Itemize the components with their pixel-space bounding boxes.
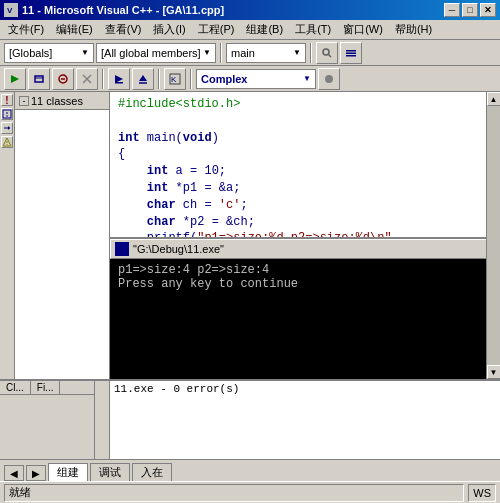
mini-btn-2[interactable] <box>1 108 13 120</box>
scrollbar-track[interactable] <box>487 106 501 365</box>
menu-help[interactable]: 帮助(H) <box>389 20 438 39</box>
code-line-0: #include<stdio.h> <box>118 96 478 113</box>
right-scrollbar[interactable]: ▲ ▼ <box>486 92 500 379</box>
scroll-down-btn[interactable]: ▼ <box>487 365 501 379</box>
main-combo[interactable]: main ▼ <box>226 43 306 63</box>
close-button[interactable]: ✕ <box>480 3 496 17</box>
code-line-2: int main(void) <box>118 130 478 147</box>
members-dropdown[interactable]: [All global members] ▼ <box>96 43 216 63</box>
svg-rect-4 <box>346 50 356 52</box>
complex-dropdown-arrow: ▼ <box>303 74 311 83</box>
fi-tab[interactable]: Fi... <box>31 381 61 394</box>
complex-combo[interactable]: Complex ▼ <box>196 69 316 89</box>
svg-rect-6 <box>346 55 356 57</box>
tab-nav-left[interactable]: ◀ <box>4 465 24 481</box>
svg-line-3 <box>329 54 332 57</box>
code-line-5: int *p1 = &a; <box>118 180 478 197</box>
separator-1 <box>220 43 222 63</box>
tree-header: - 11 classes <box>15 92 109 110</box>
code-line-4: int a = 10; <box>118 163 478 180</box>
svg-rect-5 <box>346 52 356 54</box>
console-wrapper: "G:\Debug\11.exe" p1=>size:4 p2=>size:4 … <box>110 239 486 379</box>
svg-point-23 <box>6 115 8 117</box>
bottom-tabs-panel: Cl... Fi... 11.exe - 0 error(s) <box>0 381 500 459</box>
separator-4 <box>158 69 160 89</box>
menu-tools[interactable]: 工具(T) <box>289 20 337 39</box>
code-line-7: char *p2 = &ch; <box>118 214 478 231</box>
maximize-button[interactable]: □ <box>462 3 478 17</box>
console-title: "G:\Debug\11.exe" <box>133 243 224 255</box>
svg-marker-14 <box>115 75 123 83</box>
separator-2 <box>310 43 312 63</box>
title-bar: V 11 - Microsoft Visual C++ - [GA\11.cpp… <box>0 0 500 20</box>
toolbar2-btn-6[interactable] <box>132 68 154 90</box>
svg-point-20 <box>325 75 333 83</box>
mini-btn-4[interactable] <box>1 136 13 148</box>
code-line-1 <box>118 113 478 130</box>
svg-rect-8 <box>35 76 43 82</box>
tab-find[interactable]: 入在 <box>132 463 172 481</box>
toolbar2-btn-2[interactable] <box>28 68 50 90</box>
svg-text:V: V <box>7 6 13 15</box>
globals-dropdown[interactable]: [Globals] ▼ <box>4 43 94 63</box>
mini-btn-1[interactable]: ! <box>1 94 13 106</box>
tab-bar: ◀ ▶ 组建 调试 入在 <box>0 459 500 481</box>
toolbar-search-btn[interactable] <box>316 42 338 64</box>
svg-text:K: K <box>171 75 177 84</box>
menu-bar: 文件(F) 编辑(E) 查看(V) 插入(I) 工程(P) 组建(B) 工具(T… <box>0 20 500 40</box>
status-text: 就绪 <box>9 485 31 500</box>
menu-window[interactable]: 窗口(W) <box>337 20 389 39</box>
svg-point-28 <box>6 144 7 145</box>
center-area: #include<stdio.h> int main(void) { int a… <box>110 92 486 379</box>
toolbar2-btn-7[interactable]: K <box>164 68 186 90</box>
toolbar2-btn-8[interactable] <box>318 68 340 90</box>
bottom-left-content <box>0 395 94 459</box>
separator-5 <box>190 69 192 89</box>
menu-project[interactable]: 工程(P) <box>192 20 241 39</box>
tab-debug[interactable]: 调试 <box>90 463 130 481</box>
toolbar2-btn-3[interactable] <box>52 68 74 90</box>
console-title-bar: "G:\Debug\11.exe" <box>110 239 486 259</box>
console-output: p1=>size:4 p2=>size:4 Press any key to c… <box>110 259 486 379</box>
status-ready: 就绪 <box>4 484 464 502</box>
bottom-tab-buttons: Cl... Fi... <box>0 381 94 395</box>
tab-build[interactable]: 组建 <box>48 463 88 481</box>
menu-file[interactable]: 文件(F) <box>2 20 50 39</box>
console-line-1: p1=>size:4 p2=>size:4 <box>118 263 478 277</box>
mini-btn-3[interactable] <box>1 122 13 134</box>
toolbar2-btn-5[interactable] <box>108 68 130 90</box>
toolbar2-btn-1[interactable] <box>4 68 26 90</box>
title-buttons: ─ □ ✕ <box>444 3 496 17</box>
mini-icon-panel: ! <box>0 92 15 379</box>
dropdown-arrow-1: ▼ <box>81 48 89 57</box>
menu-view[interactable]: 查看(V) <box>99 20 148 39</box>
menu-edit[interactable]: 编辑(E) <box>50 20 99 39</box>
dropdown-arrow-2: ▼ <box>203 48 211 57</box>
console-line-2: Press any key to continue <box>118 277 478 291</box>
toolbar-btn-2[interactable] <box>340 42 362 64</box>
window-title: 11 - Microsoft Visual C++ - [GA\11.cpp] <box>22 4 224 16</box>
code-line-6: char ch = 'c'; <box>118 197 478 214</box>
svg-rect-15 <box>115 82 123 84</box>
main-content: ! - 11 classes #include<stdio.h> <box>0 92 500 379</box>
menu-build[interactable]: 组建(B) <box>240 20 289 39</box>
status-ws: WS <box>473 487 491 499</box>
code-line-3: { <box>118 146 478 163</box>
minimize-button[interactable]: ─ <box>444 3 460 17</box>
scroll-up-btn[interactable]: ▲ <box>487 92 501 106</box>
status-bar: 就绪 WS <box>0 481 500 503</box>
cl-tab[interactable]: Cl... <box>0 381 31 394</box>
left-tree-panel: - 11 classes <box>15 92 110 379</box>
separator-3 <box>102 69 104 89</box>
svg-marker-17 <box>139 75 147 81</box>
toolbar2-btn-4[interactable] <box>76 68 98 90</box>
menu-insert[interactable]: 插入(I) <box>147 20 191 39</box>
app-icon: V <box>4 3 18 17</box>
svg-marker-25 <box>8 126 10 130</box>
bottom-panel: Cl... Fi... 11.exe - 0 error(s) <box>0 379 500 459</box>
code-editor[interactable]: #include<stdio.h> int main(void) { int a… <box>110 92 486 239</box>
code-line-8: printf("p1=>size:%d p2=>size:%d\n", <box>118 230 478 239</box>
svg-marker-7 <box>11 75 19 83</box>
toolbar-2: K Complex ▼ <box>0 66 500 92</box>
tab-nav-right[interactable]: ▶ <box>26 465 46 481</box>
